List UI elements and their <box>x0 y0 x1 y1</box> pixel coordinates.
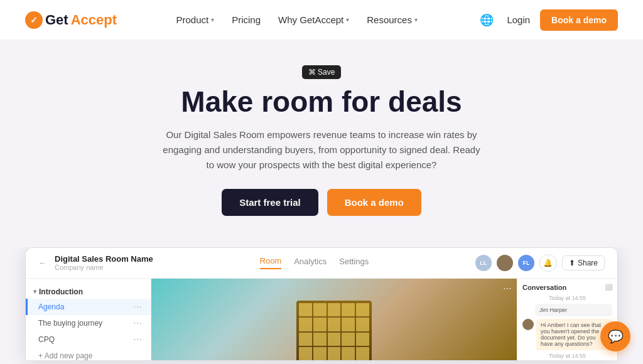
app-tabs: Room Analytics Settings <box>260 256 369 269</box>
language-button[interactable]: 🌐 <box>477 10 497 30</box>
chat-panel: Conversation ⬜ Today at 14:55 Jim Harper… <box>517 279 617 360</box>
save-badge: ⌘ Save <box>302 65 342 79</box>
chat-header: Conversation ⬜ <box>522 284 612 291</box>
item-dots-icon: ⋯ <box>133 335 142 345</box>
tab-analytics[interactable]: Analytics <box>294 257 327 269</box>
navbar: ✓ GetAccept Product ▾ Pricing Why GetAcc… <box>0 0 643 40</box>
hero-buttons: Start free trial Book a demo <box>25 189 618 216</box>
sidebar-item-cpq[interactable]: CPQ ⋯ <box>26 331 151 348</box>
hero-book-demo-button[interactable]: Book a demo <box>327 189 421 216</box>
avatar-fl: FL <box>518 255 534 271</box>
start-trial-button[interactable]: Start free trial <box>222 189 318 216</box>
back-arrow-icon[interactable]: ← <box>38 258 47 268</box>
add-page-button[interactable]: + Add new page <box>26 348 151 360</box>
chat-widget-button[interactable]: 💬 <box>600 321 630 351</box>
hero-description: Our Digital Sales Room empowers revenue … <box>158 127 485 173</box>
resources-arrow-icon: ▾ <box>414 16 418 23</box>
hero-section: ⌘ Save Make room for deals Our Digital S… <box>0 40 643 247</box>
app-topbar-left: ← Digital Sales Room Name Company name <box>38 254 153 271</box>
add-page-label: + Add new page <box>38 351 92 360</box>
sidebar-item-buying-journey[interactable]: The buying journey ⋯ <box>26 315 151 331</box>
app-topbar: ← Digital Sales Room Name Company name R… <box>26 248 617 279</box>
chat-title: Conversation <box>522 284 566 291</box>
nav-pricing[interactable]: Pricing <box>232 14 261 25</box>
notifications-button[interactable]: 🔔 <box>539 254 557 272</box>
nav-resources[interactable]: Resources ▾ <box>367 14 418 25</box>
chat-expand-icon[interactable]: ⬜ <box>605 284 612 291</box>
hero-title: Make room for deals <box>25 85 618 119</box>
nav-book-demo-button[interactable]: Book a demo <box>540 9 618 31</box>
preview-dots-icon: ⋯ <box>503 284 512 294</box>
preview-image: ⋯ <box>151 279 517 360</box>
chat-bubble-jim: Jim Harper <box>535 304 612 316</box>
tab-settings[interactable]: Settings <box>339 257 369 269</box>
login-button[interactable]: Login <box>507 14 530 25</box>
building-visual <box>296 301 372 360</box>
nav-product[interactable]: Product ▾ <box>176 14 214 25</box>
logo-accept: Accept <box>71 12 117 28</box>
product-arrow-icon: ▾ <box>211 16 214 23</box>
app-main-content: ⋯ <box>151 279 517 360</box>
avatar-ll: LL <box>475 255 492 271</box>
sidebar-section-introduction[interactable]: ▾ Introduction <box>26 285 151 299</box>
doc-company: Company name <box>55 264 153 271</box>
sidebar-items: Agenda ⋯ The buying journey ⋯ CPQ ⋯ <box>26 299 151 348</box>
nav-links: Product ▾ Pricing Why GetAccept ▾ Resour… <box>176 14 417 25</box>
chevron-down-icon: ▾ <box>33 288 36 295</box>
save-badge-text: ⌘ Save <box>308 68 335 77</box>
why-arrow-icon: ▾ <box>346 16 349 23</box>
app-preview: ← Digital Sales Room Name Company name R… <box>25 247 618 360</box>
nav-actions: 🌐 Login Book a demo <box>477 9 618 31</box>
sidebar-section-label: Introduction <box>39 287 83 296</box>
nav-why-getaccept[interactable]: Why GetAccept ▾ <box>278 14 349 25</box>
sidebar-item-agenda[interactable]: Agenda ⋯ <box>26 299 151 315</box>
tab-room[interactable]: Room <box>260 256 282 269</box>
chat-widget-icon: 💬 <box>608 329 624 344</box>
app-body: ▾ Introduction Agenda ⋯ The buying journ… <box>26 279 617 360</box>
app-sidebar: ▾ Introduction Agenda ⋯ The buying journ… <box>26 279 151 360</box>
logo-get: Get <box>45 12 68 28</box>
doc-name: Digital Sales Room Name <box>55 254 153 264</box>
doc-info: Digital Sales Room Name Company name <box>55 254 153 271</box>
item-dots-icon: ⋯ <box>133 302 142 312</box>
chat-timestamp-2: Today at 14:55 <box>522 353 612 359</box>
logo-icon: ✓ <box>25 11 43 29</box>
share-icon: ⬆ <box>569 259 575 267</box>
logo[interactable]: ✓ GetAccept <box>25 11 117 29</box>
chat-bubble-amber: Hi Amber! I can see that you haven't ope… <box>522 319 612 350</box>
item-dots-icon: ⋯ <box>133 318 142 328</box>
share-button[interactable]: ⬆ Share <box>562 255 605 270</box>
chat-avatar <box>522 319 534 330</box>
app-topbar-right: LL FL 🔔 ⬆ Share <box>475 254 605 272</box>
chat-timestamp-1: Today at 14:55 <box>522 295 612 301</box>
avatar-photo <box>497 255 513 271</box>
